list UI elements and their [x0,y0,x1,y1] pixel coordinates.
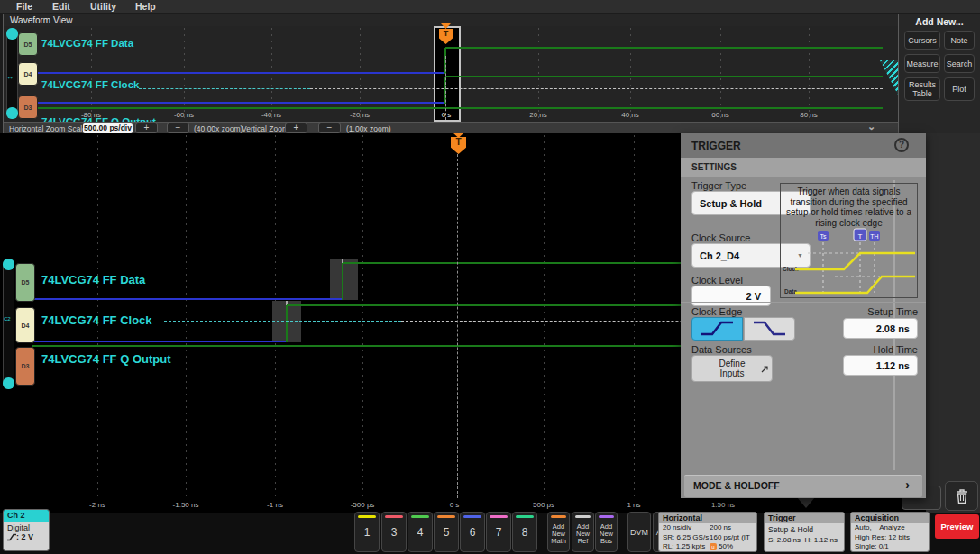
search-button[interactable]: Search [944,54,975,73]
menu-file[interactable]: File [16,1,32,12]
clock-edge-label: Clock Edge [691,306,742,317]
acquisition-badge[interactable]: Acquisition Auto, Analyze High Res: 12 b… [850,512,930,552]
channel-button-label: 8 [522,526,528,539]
data-sources-label: Data Sources [691,344,752,355]
ov-channel-label-data: 74LVCG74 FF Data [41,38,133,49]
h-zoom-minus-button[interactable]: − [167,123,189,133]
horizontal-badge[interactable]: Horizontal 20 ns/div200 ns SR: 6.25 GS/s… [658,512,757,552]
svg-text:TH: TH [870,233,878,240]
trace-clock-low [32,341,287,342]
h-zoom-scale-value[interactable]: 500.00 ps/div [83,123,133,133]
ov-channel-badge-d3[interactable]: D3 [18,95,38,119]
acq-single: Single: 0/1 [851,542,929,552]
menu-edit[interactable]: Edit [52,1,70,12]
ov-digital-group-cap [6,107,18,119]
axis-tick: -1 ns [267,501,283,509]
trigger-description-box: Trigger when data signals transition dur… [780,183,918,298]
acq-mode: Auto, Analyze [851,523,929,533]
note-button[interactable]: Note [944,31,975,50]
dvm-button[interactable]: DVM [627,512,651,552]
channel-5-button[interactable]: 5 [434,512,459,552]
v-zoom-plus-button[interactable]: + [285,123,307,133]
menu-help[interactable]: Help [135,1,156,12]
gridline [634,135,635,498]
channel-2-badge[interactable]: Ch 2 Digital : 2 V [3,509,50,551]
ov-axis-tick: 40 ns [621,111,639,119]
channel-8-button[interactable]: 8 [512,512,537,552]
clock-level-label: Clock Level [691,275,743,286]
define-inputs-button[interactable]: Define Inputs [691,355,773,382]
tab-settings[interactable]: SETTINGS [681,158,926,177]
channel-color-strip [490,515,508,518]
setup-time-label: Setup Time [816,306,918,317]
zoom-scale-bar: Horizontal Zoom Scale 500.00 ps/div + − … [4,122,898,133]
collapse-chevron-icon[interactable]: ⌄ [867,121,875,132]
channel-1-button[interactable]: 1 [354,512,380,552]
channel-button-label: 6 [470,526,476,539]
mode-holdoff-bar[interactable]: MODE & HOLDOFF › [684,475,922,497]
h-zoom-readout: (40.00x zoom) [194,124,243,133]
channel-button-label: 3 [391,526,398,539]
define-inputs-label: Define Inputs [692,356,772,378]
trigger-type-label: Trigger Type [691,180,746,191]
channel-badge-d4[interactable]: D4 [15,307,35,343]
add-new-math-button[interactable]: Add New Math [547,512,570,552]
plot-button[interactable]: Plot [944,77,975,101]
menu-utility[interactable]: Utility [90,1,116,12]
channel-badge-d5[interactable]: D5 [15,263,35,302]
trigger-description-text: Trigger when data signals transition dur… [781,184,917,228]
clock-level-field[interactable]: 2 V [691,286,771,306]
channel-7-button[interactable]: 7 [486,512,511,552]
hold-time-field[interactable]: 1.12 ns [843,355,918,376]
add-ref-label: Add New Ref [576,520,590,545]
h-zoom-plus-button[interactable]: + [135,123,158,133]
mode-holdoff-label: MODE & HOLDOFF [693,480,780,491]
waveform-view-title: Waveform View [10,15,72,25]
add-new-bus-button[interactable]: Add New Bus [595,512,618,552]
h-sample-rate: SR: 6.25 GS/s [663,533,710,543]
channel-4-button[interactable]: 4 [408,512,433,552]
acquisition-badge-title: Acquisition [851,513,929,523]
setup-time-field[interactable]: 2.08 ns [843,318,918,339]
results-table-button[interactable]: Results Table [904,77,940,101]
zoom-overview-handle[interactable] [880,60,898,95]
channel-color-strip [358,515,376,518]
delete-button[interactable] [945,481,978,511]
channel-3-button[interactable]: 3 [381,512,407,552]
axis-tick: -2 ns [89,501,105,509]
trigger-position-line [457,154,458,498]
digital-group-handle[interactable] [3,259,14,389]
gridline [184,28,185,120]
position-icon: u [710,543,717,550]
falling-edge-button[interactable] [744,317,795,341]
add-bus-label: Add New Bus [600,520,613,545]
channel-badge-d3[interactable]: D3 [15,347,35,386]
gridline [544,135,545,498]
cursors-button[interactable]: Cursors [904,31,940,50]
help-icon[interactable]: ? [894,138,909,152]
ov-axis-tick: 60 ns [711,111,729,119]
gridline [362,135,363,498]
rising-edge-button[interactable] [691,317,743,341]
add-new-ref-button[interactable]: Add New Ref [572,512,594,552]
h-position: 50% [719,542,733,550]
trigger-flag-icon[interactable]: T [451,137,466,154]
preview-button[interactable]: Preview [935,514,979,539]
channel-6-button[interactable]: 6 [460,512,485,552]
gridline [630,28,631,120]
channel-color-strip [575,515,591,518]
overview-plot[interactable]: T ↔ D5 D4 D3 74LVCG74 FF Data 74LVCG74 F… [4,26,898,122]
measure-button[interactable]: Measure [904,54,940,73]
ov-axis-tick: -80 ns [81,111,101,119]
axis-tick: 1.50 ns [711,501,735,509]
channel-2-type: Digital [4,522,49,532]
ov-axis-tick: -60 ns [174,111,194,119]
ov-channel-badge-d5[interactable]: D5 [18,32,38,56]
setup-hold-diagram: Ts T TH Clock Data [781,228,917,296]
ov-clock-level-line [310,88,883,89]
ov-channel-badge-d4[interactable]: D4 [18,62,38,86]
trigger-badge[interactable]: Trigger Setup & Hold S: 2.08 ns H: 1.12 … [764,512,845,552]
ov-axis-tick: 0 s [442,111,452,119]
v-zoom-minus-button[interactable]: − [318,123,341,133]
channel-button-label: 5 [444,526,450,539]
